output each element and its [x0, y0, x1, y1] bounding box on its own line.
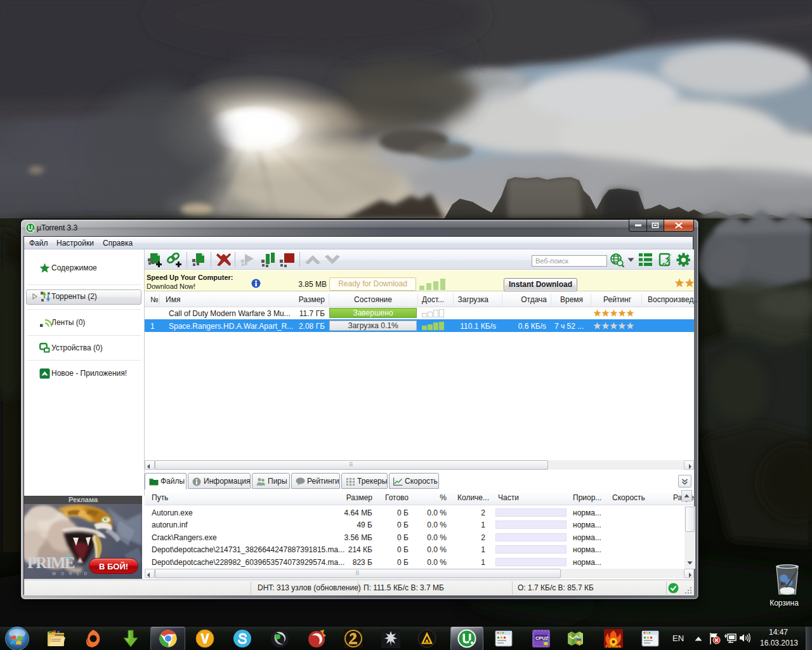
svg-text:FurMark: FurMark — [606, 644, 621, 648]
svg-text:W O R L D: W O R L D — [52, 571, 89, 576]
